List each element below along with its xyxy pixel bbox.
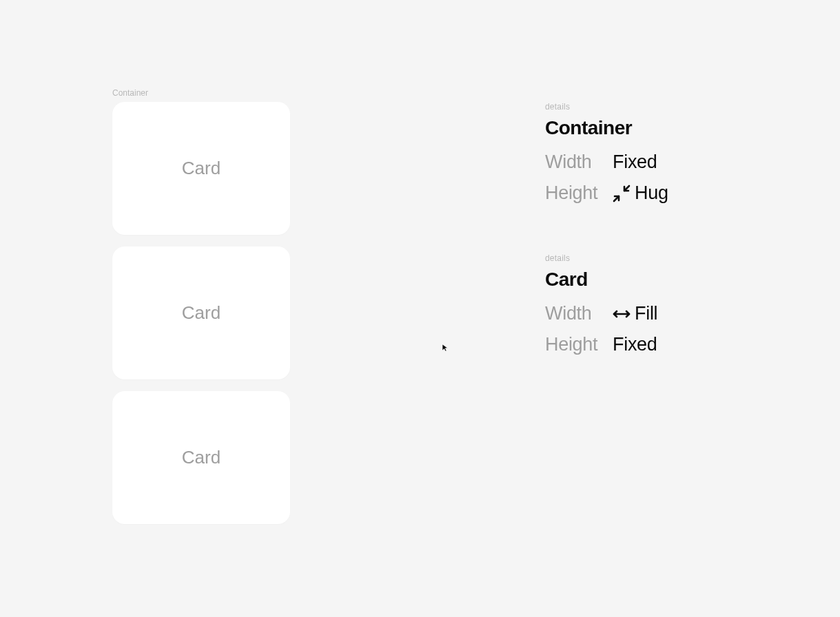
details-block-container: details Container Width Fixed Height Hug [545,102,668,213]
property-value[interactable]: Fixed [613,151,657,173]
property-row: Height Hug [545,182,668,204]
canvas-area: Container Card Card Card [112,88,290,524]
details-block-card: details Card Width Fill Height Fixed [545,253,668,365]
card[interactable]: Card [112,391,290,524]
mouse-cursor-icon [442,342,449,349]
property-value-text: Fixed [613,151,657,173]
details-section-label: details [545,253,668,263]
card-text: Card [182,447,221,468]
property-value[interactable]: Hug [613,182,668,204]
hug-icon [613,185,631,202]
details-title: Container [545,117,668,139]
card[interactable]: Card [112,102,290,235]
property-value-text: Fixed [613,334,657,355]
property-label: Width [545,151,613,173]
property-row: Width Fixed [545,151,668,173]
fill-icon [613,305,631,323]
details-title: Card [545,269,668,291]
card-text: Card [182,158,221,179]
card[interactable]: Card [112,247,290,379]
property-row: Width Fill [545,303,668,324]
property-value[interactable]: Fill [613,303,657,324]
property-row: Height Fixed [545,334,668,355]
details-panel: details Container Width Fixed Height Hug [545,102,668,365]
property-label: Height [545,334,613,355]
property-value-text: Fill [635,303,657,324]
details-section-label: details [545,102,668,112]
property-label: Height [545,182,613,204]
container-label: Container [112,88,290,98]
card-text: Card [182,302,221,324]
property-value[interactable]: Fixed [613,334,657,355]
property-label: Width [545,303,613,324]
property-value-text: Hug [635,182,668,204]
container[interactable]: Card Card Card [112,102,290,524]
